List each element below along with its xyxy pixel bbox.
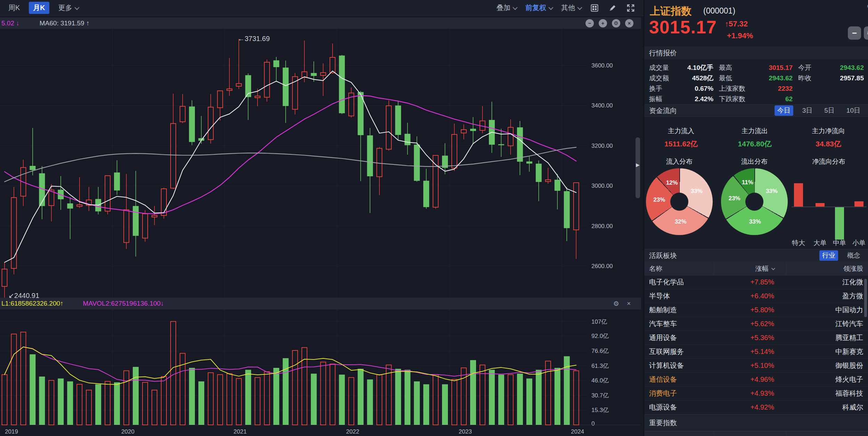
header-change[interactable]: 涨幅 — [714, 262, 786, 275]
sector-row[interactable]: 消费电子 +4.93% 福蓉科技 — [644, 387, 868, 401]
quote-row: 振幅2.42% — [649, 94, 713, 104]
flow-section-title: 资金流向 — [649, 106, 677, 115]
sector-change: +5.80% — [714, 306, 786, 314]
sector-name: 互联网服务 — [644, 347, 714, 356]
volume-settings-gear-icon[interactable]: ⚙ — [613, 300, 619, 308]
outflow-donut-chart: 33%33%23%11% — [721, 168, 788, 235]
main-netflow-stat: 主力净流向34.83亿 — [797, 127, 860, 149]
sector-row[interactable]: 通信设备 +4.96% 烽火电子 — [644, 373, 868, 387]
index-name: 上证指数 — [650, 4, 691, 18]
sector-row[interactable]: 半导体 +6.40% 盈方微 — [644, 289, 868, 303]
sector-change: +5.10% — [714, 362, 786, 370]
sector-leader: 烽火电子 — [786, 375, 868, 384]
sector-tab[interactable]: 行业 — [819, 250, 838, 261]
kline-volume-chart[interactable]: 3600.003400.003200.003000.002800.002600.… — [0, 16, 641, 436]
svg-text:2020: 2020 — [121, 428, 134, 435]
settings-gear-icon[interactable]: ⚙ — [612, 19, 620, 27]
sort-desc-icon — [771, 266, 775, 270]
stock-app: 周K 月K 更多 叠加 前复权 其他 3600.003400.003200.00… — [0, 0, 868, 436]
chevron-down-icon — [513, 5, 517, 10]
quote-label: 最低 — [719, 74, 732, 83]
close-icon[interactable]: × — [625, 19, 633, 27]
minimize-button[interactable]: − — [848, 26, 861, 40]
svg-text:3000.00: 3000.00 — [591, 183, 613, 189]
sector-change: +5.14% — [714, 348, 786, 356]
sector-row[interactable]: 电子化学品 +7.85% 江化微 — [644, 275, 868, 289]
sector-name: 半导体 — [644, 291, 714, 301]
sector-leader: 福蓉科技 — [786, 389, 868, 398]
quote-label: 昨收 — [798, 74, 811, 83]
sector-table-header: 名称 涨幅 领涨股 — [644, 262, 868, 275]
sector-row[interactable]: 通用设备 +5.36% 腾亚精工 — [644, 331, 868, 345]
sector-change: +7.85% — [714, 278, 786, 286]
sector-name: 消费电子 — [644, 389, 714, 398]
svg-text:2800.00: 2800.00 — [591, 223, 613, 229]
adjust-menu[interactable]: 前复权 — [525, 3, 552, 13]
quote-value: 4.10亿手 — [687, 63, 713, 72]
sector-leader: 中国动力 — [786, 305, 868, 315]
other-menu[interactable]: 其他 — [561, 3, 581, 13]
mavol1-value: L1:6185862326.200↑ — [1, 300, 64, 307]
quote-col-2: 最高3015.17最低2943.62上涨家数2232下跌家数62 — [719, 63, 793, 104]
overlay-menu[interactable]: 叠加 — [497, 3, 516, 13]
important-index-title: 重要指数 — [649, 418, 677, 428]
sector-row[interactable]: 互联网服务 +5.14% 中新赛克 — [644, 345, 868, 359]
sector-leader: 中新赛克 — [786, 347, 868, 356]
sector-name: 船舶制造 — [644, 305, 714, 315]
quote-value: 62 — [785, 95, 793, 103]
zoom-in-icon[interactable]: + — [599, 19, 607, 27]
quote-row: 成交额4528亿 — [649, 73, 713, 83]
quote-value: 2957.85 — [840, 74, 864, 82]
flow-tab[interactable]: 5日 — [821, 105, 837, 116]
svg-text:2019: 2019 — [5, 428, 18, 435]
panel-divider-thumb[interactable] — [636, 137, 640, 198]
quote-row: 昨收2957.85 — [798, 73, 864, 83]
quote-label: 振幅 — [649, 95, 662, 104]
tab-week-k[interactable]: 周K — [8, 3, 20, 13]
sector-tabs: 行业概念 — [819, 250, 863, 261]
sector-name: 电源设备 — [644, 403, 714, 412]
flow-tab[interactable]: 今日 — [775, 105, 793, 116]
mavol2-value: MAVOL2:6275196136.100↓ — [83, 300, 164, 307]
sector-row[interactable]: 船舶制造 +5.80% 中国动力 — [644, 303, 868, 317]
draw-brush-icon[interactable] — [608, 3, 617, 13]
quote-label: 换手 — [649, 84, 662, 93]
more-menu[interactable]: 更多 — [58, 3, 78, 13]
flow-tab[interactable]: 10日 — [844, 105, 863, 116]
header-name[interactable]: 名称 — [644, 264, 714, 273]
sector-row[interactable]: 计算机设备 +5.10% 御银股份 — [644, 359, 868, 373]
sector-tab[interactable]: 概念 — [844, 250, 863, 261]
important-index-bar: 重要指数 — [644, 414, 868, 431]
svg-text:2600.00: 2600.00 — [591, 263, 613, 269]
svg-text:61.3亿: 61.3亿 — [591, 363, 609, 369]
svg-text:3400.00: 3400.00 — [591, 102, 613, 109]
quote-label: 最高 — [719, 63, 732, 72]
index-panel: 上证指数 (000001) 3015.17 ↑57.32 +1.94% ⚙ − … — [644, 0, 868, 436]
grid-layout-icon[interactable] — [590, 3, 599, 13]
netflow-chart-title: 净流向分布 — [797, 157, 860, 166]
chevron-down-icon — [548, 5, 553, 10]
table-scrollbar-thumb[interactable] — [864, 279, 867, 317]
quote-row: 换手0.67% — [649, 83, 713, 94]
sector-leader: 江化微 — [786, 277, 868, 287]
collapse-panel-icon[interactable]: ▶ — [636, 162, 640, 168]
sector-row[interactable]: 汽车整车 +5.62% 江铃汽车 — [644, 317, 868, 331]
quote-section-title: 行情报价 — [649, 48, 677, 58]
sector-row[interactable]: 电源设备 +4.92% 科威尔 — [644, 401, 868, 414]
sectors-section-bar: 活跃板块 行业概念 — [644, 249, 868, 262]
ma-indicator-strip: 5.02 ↓ MA60: 3191.59 ↑ − + ⚙ × — [0, 17, 641, 29]
index-code: (000001) — [703, 6, 735, 16]
header-leader[interactable]: 领涨股 — [786, 262, 868, 275]
volume-close-icon[interactable]: × — [627, 300, 631, 307]
flow-tab[interactable]: 3日 — [800, 105, 816, 116]
netflow-label-sm: 小单 — [849, 239, 868, 248]
zoom-out-icon[interactable]: − — [586, 19, 594, 27]
quote-label: 下跌家数 — [719, 95, 745, 104]
fullscreen-icon[interactable] — [626, 3, 635, 13]
panel-gear-icon[interactable]: ⚙ — [867, 2, 868, 10]
chart-toolbar: 周K 月K 更多 叠加 前复权 其他 — [0, 0, 644, 16]
alert-bell-button[interactable] — [864, 26, 868, 40]
tab-month-k[interactable]: 月K — [29, 2, 49, 14]
tab-week-k-label: 周K — [8, 3, 20, 13]
sector-leader: 江铃汽车 — [786, 319, 868, 329]
